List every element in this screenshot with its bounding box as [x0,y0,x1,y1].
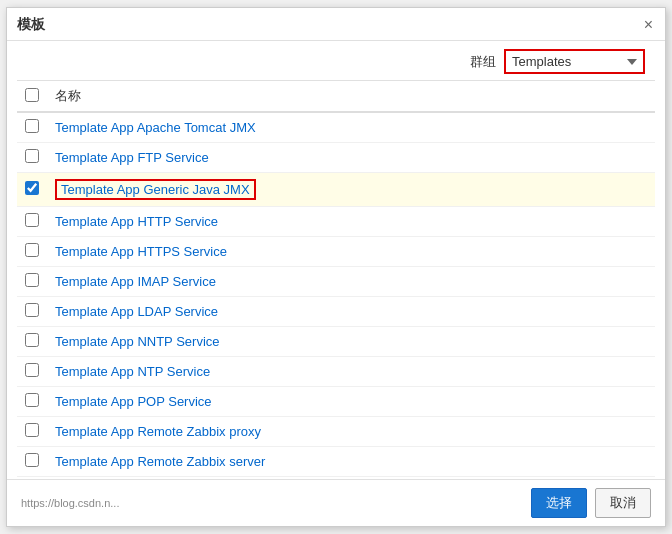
col-header-name: 名称 [47,81,655,112]
row-checkbox[interactable] [25,333,39,347]
table-row: Template App POP Service [17,387,655,417]
row-name-cell: Template App Remote Zabbix proxy [47,417,655,447]
table-row: Template App HTTPS Service [17,237,655,267]
dialog-footer: https://blog.csdn.n... 选择 取消 [7,479,665,526]
row-checkbox[interactable] [25,393,39,407]
row-name-link[interactable]: Template App IMAP Service [55,274,216,289]
row-name-link[interactable]: Template App POP Service [55,394,212,409]
table-row: Template App LDAP Service [17,297,655,327]
row-checkbox[interactable] [25,423,39,437]
row-name-link[interactable]: Template App FTP Service [55,150,209,165]
row-name-cell: Template App HTTPS Service [47,237,655,267]
row-checkbox-cell [17,447,47,477]
row-checkbox[interactable] [25,119,39,133]
row-name-link[interactable]: Template App NNTP Service [55,334,220,349]
table-body: Template App Apache Tomcat JMXTemplate A… [17,112,655,477]
table-row: Template App HTTP Service [17,207,655,237]
table-row: Template App IMAP Service [17,267,655,297]
footer-link: https://blog.csdn.n... [21,497,119,509]
row-name-cell: Template App FTP Service [47,143,655,173]
toolbar: 群组 TemplatesAllApplicationsDatabasesModu… [7,41,665,80]
row-name-cell: Template App Generic Java JMX [47,173,655,207]
row-name-link[interactable]: Template App Apache Tomcat JMX [55,120,256,135]
row-checkbox-cell [17,112,47,143]
row-checkbox[interactable] [25,453,39,467]
template-dialog: 模板 × 群组 TemplatesAllApplicationsDatabase… [6,7,666,527]
row-name-cell: Template App Remote Zabbix server [47,447,655,477]
row-checkbox-cell [17,143,47,173]
title-bar: 模板 × [7,8,665,41]
row-name-cell: Template App LDAP Service [47,297,655,327]
row-checkbox-cell [17,237,47,267]
select-all-checkbox[interactable] [25,88,39,102]
row-checkbox-cell [17,357,47,387]
row-name-link[interactable]: Template App Remote Zabbix proxy [55,424,261,439]
row-checkbox-cell [17,387,47,417]
row-name-cell: Template App NTP Service [47,357,655,387]
row-checkbox-cell [17,417,47,447]
table-row: Template App Apache Tomcat JMX [17,112,655,143]
table-row: Template App Remote Zabbix server [17,447,655,477]
row-checkbox[interactable] [25,181,39,195]
row-name-link[interactable]: Template App LDAP Service [55,304,218,319]
select-button[interactable]: 选择 [531,488,587,518]
row-name-selected: Template App Generic Java JMX [55,179,256,200]
row-checkbox[interactable] [25,213,39,227]
row-checkbox-cell [17,327,47,357]
row-checkbox[interactable] [25,273,39,287]
row-checkbox-cell [17,267,47,297]
row-name-cell: Template App Apache Tomcat JMX [47,112,655,143]
row-name-link[interactable]: Template App HTTPS Service [55,244,227,259]
template-table: 名称 Template App Apache Tomcat JMXTemplat… [17,81,655,477]
row-checkbox[interactable] [25,363,39,377]
template-table-container: 名称 Template App Apache Tomcat JMXTemplat… [17,80,655,479]
col-header-checkbox [17,81,47,112]
row-checkbox-cell [17,297,47,327]
row-name-link[interactable]: Template App HTTP Service [55,214,218,229]
dialog-title: 模板 [17,16,45,34]
row-name-cell: Template App POP Service [47,387,655,417]
close-button[interactable]: × [642,17,655,33]
row-name-link[interactable]: Template App NTP Service [55,364,210,379]
row-checkbox[interactable] [25,303,39,317]
table-row: Template App NNTP Service [17,327,655,357]
table-row: Template App Remote Zabbix proxy [17,417,655,447]
table-row: Template App NTP Service [17,357,655,387]
group-label: 群组 [470,53,496,71]
cancel-button[interactable]: 取消 [595,488,651,518]
group-select[interactable]: TemplatesAllApplicationsDatabasesModules… [504,49,645,74]
table-row: Template App Generic Java JMX [17,173,655,207]
row-name-cell: Template App NNTP Service [47,327,655,357]
row-name-cell: Template App IMAP Service [47,267,655,297]
row-name-cell: Template App HTTP Service [47,207,655,237]
row-checkbox[interactable] [25,243,39,257]
row-checkbox-cell [17,207,47,237]
row-name-link[interactable]: Template App Remote Zabbix server [55,454,265,469]
row-checkbox[interactable] [25,149,39,163]
row-checkbox-cell [17,173,47,207]
table-row: Template App FTP Service [17,143,655,173]
